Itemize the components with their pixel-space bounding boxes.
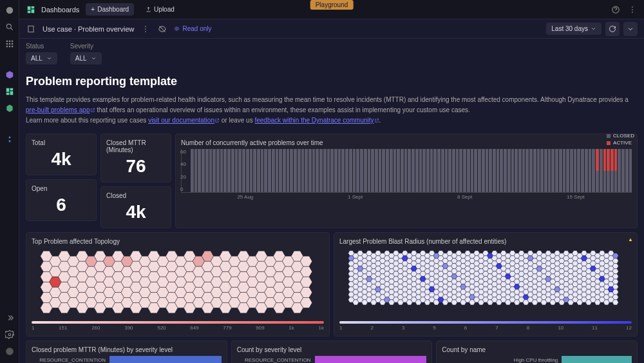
main-heading: Problem reporting template — [26, 75, 638, 88]
eye-icon — [174, 26, 180, 32]
color-scale — [339, 321, 632, 324]
svg-rect-8 — [6, 46, 7, 47]
chevron-down-icon — [91, 55, 97, 61]
more-icon[interactable] — [627, 5, 638, 15]
status-filter-dropdown[interactable]: ALL — [26, 52, 57, 64]
readonly-badge: Read only — [174, 25, 211, 32]
nav-hex-icon[interactable] — [5, 103, 15, 113]
refresh-button[interactable] — [605, 22, 620, 36]
svg-rect-6 — [8, 43, 10, 44]
description: This template provides examples for prob… — [26, 95, 638, 126]
svg-point-1 — [6, 24, 11, 28]
svg-rect-12 — [10, 88, 13, 91]
svg-point-22 — [632, 6, 633, 8]
svg-rect-5 — [6, 43, 7, 44]
svg-rect-18 — [32, 6, 35, 8]
external-link-icon — [214, 118, 220, 123]
logo-icon[interactable] — [5, 5, 15, 15]
timeseries-chart[interactable]: Number of concurrently active problems o… — [175, 133, 638, 228]
svg-rect-7 — [11, 43, 12, 44]
chevron-down-icon — [46, 55, 52, 61]
count-severity-chart[interactable]: Count by severity level RESOURCE_CONTENT… — [231, 340, 433, 363]
chevron-down-icon — [591, 26, 596, 32]
settings-icon[interactable] — [5, 329, 15, 340]
status-filter-label: Status — [26, 43, 57, 50]
hex-blast-radius-chart[interactable]: Largest Problem Blast Radius (number of … — [334, 232, 638, 337]
avatar-icon[interactable] — [5, 346, 15, 357]
svg-rect-13 — [10, 91, 13, 95]
svg-rect-2 — [6, 41, 7, 42]
page-more-icon[interactable] — [140, 24, 151, 34]
svg-point-23 — [632, 9, 633, 10]
hex-topology-chart[interactable]: Top Problem affected Topology 1151260390… — [26, 232, 330, 337]
kpi-total[interactable]: Total 4k — [26, 133, 97, 175]
svg-marker-794 — [612, 300, 618, 305]
external-link-icon — [374, 118, 379, 123]
hide-icon[interactable] — [157, 24, 167, 34]
expand-button[interactable] — [623, 22, 638, 36]
plus-icon: + — [91, 6, 95, 13]
left-nav-rail — [0, 0, 19, 363]
nav-misc-icon[interactable] — [5, 134, 15, 144]
chart-legend: CLOSEDACTIVE — [607, 133, 634, 146]
upload-button[interactable]: Upload — [140, 3, 180, 15]
svg-rect-3 — [8, 41, 10, 42]
svg-rect-9 — [8, 46, 10, 47]
svg-rect-10 — [11, 46, 12, 47]
svg-rect-20 — [28, 10, 31, 13]
color-scale — [32, 321, 324, 324]
count-name-chart[interactable]: Count by name High CPU throttlingBrowser… — [436, 340, 638, 363]
severity-filter-label: Severity — [70, 43, 102, 50]
playground-badge: Playground — [310, 0, 354, 10]
external-link-icon — [90, 108, 95, 113]
svg-point-16 — [6, 348, 14, 355]
svg-rect-14 — [6, 93, 9, 95]
top-bar: Dashboards + Dashboard Upload Playground — [19, 0, 644, 19]
svg-point-29 — [176, 28, 178, 29]
svg-point-26 — [146, 26, 147, 27]
svg-rect-25 — [28, 26, 33, 32]
kpi-closed-mttr[interactable]: Closed MTTR (Minutes) 76 — [100, 133, 171, 182]
kpi-open[interactable]: Open 6 — [26, 179, 97, 221]
svg-point-27 — [146, 28, 147, 30]
page-title: Use case · Problem overview — [43, 25, 134, 33]
upload-icon — [146, 6, 151, 12]
svg-point-24 — [632, 12, 633, 13]
link-feedback[interactable]: feedback within the Dynatrace community — [254, 117, 374, 124]
kpi-closed[interactable]: Closed 4k — [100, 186, 171, 228]
nav-cube-icon[interactable] — [5, 70, 15, 80]
svg-rect-19 — [32, 9, 35, 13]
svg-point-28 — [146, 31, 147, 32]
help-icon[interactable] — [611, 5, 621, 15]
search-icon[interactable] — [5, 22, 15, 32]
expand-icon[interactable] — [5, 313, 15, 323]
dashboard-breadcrumb-icon — [26, 5, 36, 15]
=[interactable]: Closed problem MTTR (Minutes) by severit… — [26, 340, 227, 363]
breadcrumb-label[interactable]: Dashboards — [41, 6, 79, 14]
svg-rect-4 — [11, 41, 12, 42]
nav-dashboard-icon[interactable] — [5, 86, 15, 97]
add-dashboard-button[interactable]: + Dashboard — [86, 3, 134, 15]
svg-point-0 — [6, 7, 13, 14]
link-prebuilt-app[interactable]: pre-built problems app — [26, 106, 90, 113]
time-range-dropdown[interactable]: Last 30 days — [546, 23, 601, 35]
svg-point-15 — [8, 333, 11, 336]
severity-filter-dropdown[interactable]: ALL — [70, 52, 102, 64]
svg-rect-11 — [6, 88, 9, 92]
apps-icon[interactable] — [5, 39, 15, 49]
link-docs[interactable]: visit our documentation — [148, 117, 214, 124]
sub-bar: Use case · Problem overview Read only La… — [19, 19, 644, 39]
svg-rect-17 — [28, 6, 31, 10]
filter-bar: Status ALL Severity ALL — [19, 39, 644, 68]
page-icon — [26, 24, 36, 34]
